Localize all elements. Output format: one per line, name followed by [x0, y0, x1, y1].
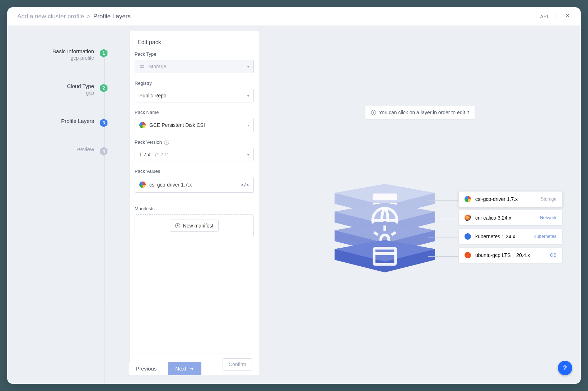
breadcrumb: Add a new cluster profile > Profile Laye…: [17, 13, 131, 20]
layer-hint: i You can click on a layer in order to e…: [365, 106, 475, 119]
panel-title: Edit pack: [130, 31, 259, 50]
new-manifest-dropzone: + New manifest: [135, 214, 254, 237]
arrow-right-icon: [189, 366, 194, 371]
step-subtitle: gcp: [7, 90, 94, 96]
breadcrumb-separator: >: [87, 13, 90, 20]
layer-card-network[interactable]: cni-calico 3.24.x Network: [458, 210, 563, 226]
storage-icon: [139, 64, 145, 69]
svg-rect-4: [373, 193, 397, 200]
step-number-badge: 3: [99, 119, 108, 127]
close-icon: [564, 12, 571, 19]
chevron-down-icon: ▾: [247, 65, 249, 69]
layer-cards: csi-gcp-driver 1.7.x Storage cni-calico …: [458, 191, 563, 263]
cluster-profile-wizard: Add a new cluster profile > Profile Laye…: [7, 7, 581, 384]
next-button[interactable]: Next: [168, 362, 201, 375]
svg-rect-0: [140, 65, 144, 66]
step-title: Profile Layers: [7, 118, 94, 124]
help-button[interactable]: ?: [558, 361, 572, 375]
registry-select[interactable]: Public Repo ▾: [135, 89, 254, 102]
ubuntu-icon: [465, 252, 471, 258]
wizard-nav: Previous Next: [129, 362, 201, 375]
chevron-down-icon: ▾: [247, 94, 249, 98]
pack-type-select: Storage ▾: [135, 60, 254, 73]
edit-pack-panel: Edit pack Pack Type Storage ▾: [129, 31, 259, 375]
step-profile-layers[interactable]: Profile Layers 3: [7, 118, 108, 124]
os-icon: [331, 242, 439, 274]
step-title: Review: [7, 146, 94, 152]
previous-button[interactable]: Previous: [129, 362, 163, 375]
pack-type-label: Pack Type: [135, 51, 254, 57]
api-link[interactable]: API: [540, 14, 548, 19]
chevron-down-icon: ▾: [247, 123, 249, 127]
new-manifest-button[interactable]: + New manifest: [170, 220, 219, 232]
info-icon: i: [371, 110, 376, 115]
pack-values-label: Pack Values: [135, 169, 254, 174]
registry-label: Registry: [135, 80, 254, 86]
layer-name: ubuntu-gcp LTS__20.4.x: [475, 252, 530, 258]
pack-name-select[interactable]: GCE Persistent Disk CSI ▾: [135, 118, 254, 132]
breadcrumb-current: Profile Layers: [93, 13, 131, 20]
step-review[interactable]: Review 4: [7, 146, 108, 152]
info-icon[interactable]: i: [164, 140, 169, 145]
step-number-badge: 4: [99, 147, 108, 156]
kubernetes-icon: [465, 233, 471, 240]
layer-tag: Network: [540, 215, 556, 220]
gcp-icon: [139, 181, 146, 188]
svg-rect-14: [374, 248, 396, 264]
layer-tag: Kubernetes: [533, 234, 556, 239]
calico-icon: [465, 215, 471, 221]
step-cloud-type[interactable]: Cloud Type gcp 2: [7, 83, 108, 96]
pack-version-select[interactable]: 1.7.x (1.7.1) ▾: [135, 148, 254, 161]
pack-version-label: Pack Version i: [135, 139, 254, 145]
code-icon[interactable]: </>: [241, 182, 249, 188]
manifests-label: Manifests: [135, 206, 254, 211]
svg-rect-1: [140, 67, 144, 68]
layer-tag: OS: [550, 253, 556, 258]
step-subtitle: gcp-profile: [7, 55, 94, 61]
chevron-down-icon: ▾: [247, 153, 249, 157]
step-basic-information[interactable]: Basic Information gcp-profile 1: [7, 48, 108, 61]
pack-values-row[interactable]: csi-gcp-driver 1.7.x </>: [135, 177, 254, 193]
layer-name: csi-gcp-driver 1.7.x: [475, 196, 518, 202]
close-button[interactable]: [564, 12, 571, 20]
pack-name-label: Pack Name: [135, 110, 254, 115]
plus-icon: +: [175, 223, 180, 228]
layer-visualization: i You can click on a layer in order to e…: [259, 26, 581, 384]
layer-tag: Storage: [541, 197, 556, 202]
step-number-badge: 1: [99, 49, 108, 58]
step-title: Cloud Type: [7, 83, 94, 89]
step-number-badge: 2: [99, 84, 108, 92]
steps-sidebar: Basic Information gcp-profile 1 Cloud Ty…: [7, 26, 108, 384]
header: Add a new cluster profile > Profile Laye…: [7, 7, 581, 26]
gcp-icon: [139, 122, 146, 128]
layer-card-os[interactable]: ubuntu-gcp LTS__20.4.x OS: [458, 247, 563, 263]
layer-name: kubernetes 1.24.x: [475, 234, 515, 239]
layer-card-kubernetes[interactable]: kubernetes 1.24.x Kubernetes: [458, 229, 563, 244]
stack-plate-os[interactable]: [331, 240, 439, 272]
gcp-icon: [465, 196, 471, 202]
step-title: Basic Information: [7, 48, 94, 54]
layer-name: cni-calico 3.24.x: [475, 215, 511, 221]
layer-card-storage[interactable]: csi-gcp-driver 1.7.x Storage: [458, 191, 563, 207]
breadcrumb-root[interactable]: Add a new cluster profile: [17, 13, 84, 20]
confirm-button[interactable]: Confirm: [223, 358, 252, 371]
